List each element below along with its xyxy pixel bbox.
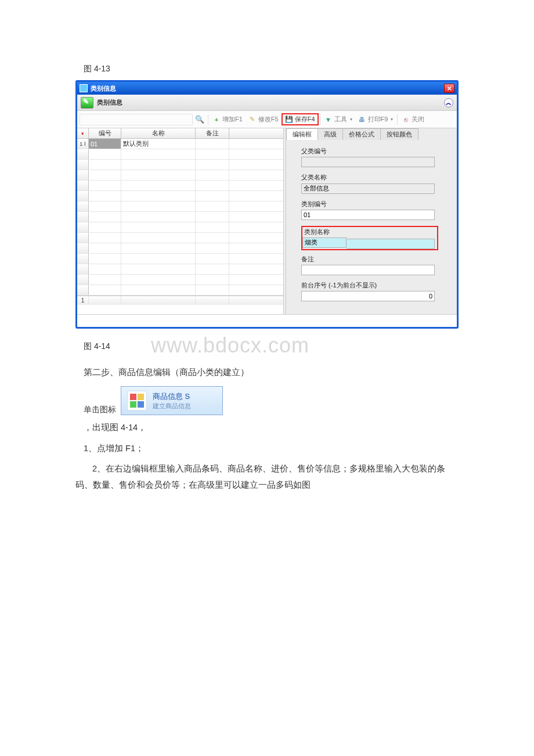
cat-code-label: 类别编号 <box>301 200 446 208</box>
pencil-icon: ✎ <box>248 116 257 124</box>
parent-name-input[interactable] <box>301 183 435 194</box>
grid-icon <box>127 391 147 411</box>
table-row[interactable] <box>77 170 283 181</box>
col-name[interactable]: 名称 <box>121 128 196 138</box>
table-row[interactable] <box>77 149 283 160</box>
table-row[interactable] <box>77 275 283 285</box>
seq-label: 前台序号 (-1为前台不显示) <box>301 281 446 290</box>
search-input[interactable] <box>80 114 193 125</box>
tool-button[interactable]: ▼ 工具 ▾ <box>322 114 355 125</box>
add-label: 增加F1 <box>222 115 243 124</box>
table-row[interactable] <box>77 254 283 264</box>
tool-label: 工具 <box>334 115 347 124</box>
table-row[interactable] <box>77 264 283 275</box>
edit-button[interactable]: ✎ 修改F5 <box>246 114 282 125</box>
tab-advanced[interactable]: 高级 <box>317 128 343 140</box>
save-button[interactable]: 💾 保存F4 <box>282 113 319 125</box>
cell-note <box>196 139 229 149</box>
grid-footer: 1 <box>77 296 283 305</box>
window-close-button[interactable]: ✕ <box>444 84 454 93</box>
grid-body: 1 Ⅰ 01 默认类别 <box>77 139 283 296</box>
grid-panel: ▾ 编号 名称 备注 1 Ⅰ 01 默认类别 <box>77 128 283 314</box>
parent-code-input[interactable] <box>301 157 435 167</box>
disk-icon: 💾 <box>285 116 293 124</box>
cat-code-input[interactable] <box>301 210 435 220</box>
toolbar: 🔍 + 增加F1 ✎ 修改F5 💾 保存F4 ▼ 工具 <box>77 111 457 128</box>
grid-header: ▾ 编号 名称 备注 <box>77 128 283 139</box>
col-code[interactable]: 编号 <box>89 128 121 138</box>
row-marker-header: ▾ <box>81 131 84 136</box>
collapse-button[interactable]: ︽ <box>444 98 453 107</box>
window-title: 类别信息 <box>91 84 444 93</box>
row-marker: 1 Ⅰ <box>77 139 89 149</box>
appear-text: ，出现图 4-14， <box>75 420 459 436</box>
seq-input[interactable] <box>301 291 435 301</box>
click-icon-text: 单击图标 <box>84 405 116 415</box>
printer-icon: 🖶 <box>358 116 366 124</box>
close-label: 关闭 <box>412 115 424 124</box>
table-row[interactable] <box>77 181 283 191</box>
search-icon[interactable]: 🔍 <box>193 115 207 124</box>
tab-body: 父类编号 父类名称 类别编号 类别名 <box>286 140 457 314</box>
cell-code: 01 <box>89 139 121 149</box>
title-bar: 类别信息 ✕ <box>77 82 457 95</box>
close-icon: ⎋ <box>402 116 410 124</box>
parent-name-label: 父类名称 <box>301 173 446 182</box>
cat-name-highlight: 类别名称 <box>301 226 438 250</box>
tabs: 编辑框 高级 价格公式 按钮颜色 <box>286 128 457 140</box>
sub-header: 类别信息 ︽ <box>77 95 457 111</box>
table-row[interactable] <box>77 201 283 212</box>
tab-edit[interactable]: 编辑框 <box>286 128 318 140</box>
figure-caption-413: 图 4-13 <box>75 64 459 74</box>
tab-btncolor[interactable]: 按钮颜色 <box>380 128 418 140</box>
dropdown-icon: ▾ <box>391 117 393 122</box>
save-label: 保存F4 <box>295 115 315 124</box>
table-row[interactable] <box>77 222 283 233</box>
product-info-title: 商品信息 S <box>153 391 191 402</box>
category-icon <box>81 97 93 109</box>
watermark: www.bdocx.com <box>151 333 309 358</box>
edit-label: 修改F5 <box>258 115 279 124</box>
form-panel: 编辑框 高级 价格公式 按钮颜色 父类编号 父类名称 <box>286 128 457 314</box>
print-button[interactable]: 🖶 打印F9 ▾ <box>355 114 396 125</box>
product-info-subtitle: 建立商品信息 <box>153 402 191 411</box>
table-row[interactable] <box>77 233 283 243</box>
sub-header-title: 类别信息 <box>97 98 122 107</box>
close-button[interactable]: ⎋ 关闭 <box>399 114 427 125</box>
cell-name: 默认类别 <box>121 139 196 149</box>
note-label: 备注 <box>301 255 446 264</box>
plus-icon: + <box>212 116 221 124</box>
cat-name-label: 类别名称 <box>302 227 436 236</box>
print-label: 打印F9 <box>368 115 388 124</box>
funnel-icon: ▼ <box>324 116 333 124</box>
col-note[interactable]: 备注 <box>196 128 229 138</box>
item2-text: 2、在右边编辑框里输入商品条码、商品名称、进价、售价等信息；多规格里输入大包装的… <box>75 461 459 493</box>
app-icon <box>80 84 88 92</box>
app-window: 类别信息 ✕ 类别信息 ︽ 🔍 + 增加F1 ✎ 修改F5 <box>75 80 459 329</box>
item1-text: 1、点增加 F1； <box>75 441 459 457</box>
status-bar <box>77 314 457 327</box>
table-row[interactable] <box>77 243 283 254</box>
table-row[interactable] <box>77 212 283 222</box>
table-row[interactable] <box>77 285 283 296</box>
figure-caption-414: 图 4-14 <box>75 341 110 352</box>
add-button[interactable]: + 增加F1 <box>210 114 246 125</box>
parent-code-label: 父类编号 <box>301 147 446 156</box>
footer-count: 1 <box>77 296 89 305</box>
tab-price[interactable]: 价格公式 <box>342 128 381 140</box>
dropdown-icon: ▾ <box>350 117 352 122</box>
step2-text: 第二步、商品信息编辑（商品小类的建立） <box>75 365 459 381</box>
table-row[interactable]: 1 Ⅰ 01 默认类别 <box>77 139 283 149</box>
table-row[interactable] <box>77 191 283 201</box>
product-info-button[interactable]: 商品信息 S 建立商品信息 <box>121 386 223 415</box>
table-row[interactable] <box>77 160 283 170</box>
cat-name-input[interactable] <box>302 237 347 248</box>
note-input[interactable] <box>301 265 435 275</box>
